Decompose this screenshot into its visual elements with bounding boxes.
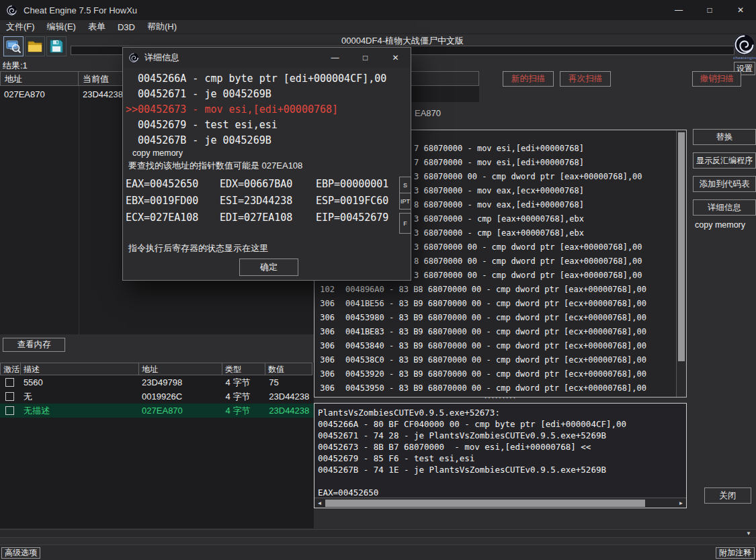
cheat-engine-logo[interactable] [733, 34, 755, 56]
view-memory-button[interactable]: 查看内存 [3, 338, 65, 352]
status-bar: 高级选项 附加注释 [0, 545, 756, 560]
attach-comment-button[interactable]: 附加注释 [716, 547, 755, 559]
entry-type: 4 字节 [223, 391, 267, 403]
activate-checkbox[interactable] [0, 378, 21, 387]
opcode-row[interactable]: 306 0041BE83 - 83 B9 68070000 00 - cmp d… [314, 324, 686, 338]
result-value: 23D44238 [79, 89, 123, 99]
advanced-options-button[interactable]: 高级选项 [1, 547, 40, 559]
dialog-app-icon [128, 52, 139, 63]
scrollbar-thumb[interactable] [678, 132, 685, 361]
entry-address: 027EA870 [139, 406, 222, 416]
detail-line: 0045267B - 74 1E - je PlantsVsZombiesCUT… [318, 464, 686, 475]
window-controls: — □ ✕ [663, 0, 756, 20]
minimize-button[interactable]: — [663, 0, 694, 20]
opcode-instruction: 00453840 - 83 B9 68070000 00 - cmp dword… [345, 341, 646, 351]
opcode-access-count: 102 [314, 285, 335, 294]
entry-type: 4 字节 [223, 405, 267, 417]
checkbox-box [5, 406, 14, 415]
menu-bar: 文件(F)编辑(E)表单D3D帮助(H) [0, 20, 756, 34]
opcode-window-title-fragment: EA870 [415, 108, 441, 118]
dialog-close-button[interactable]: ✕ [380, 48, 411, 68]
pointer-hint-text: 要查找的该地址的指针数值可能是 027EA108 [123, 160, 411, 172]
dialog-maximize-button[interactable]: □ [350, 48, 380, 68]
opcode-row[interactable]: 102 004896A0 - 83 B8 68070000 00 - cmp d… [314, 282, 686, 296]
register-value: EBX=0019FD00 [126, 195, 220, 207]
register-value: ESP=0019FC60 [316, 195, 410, 207]
open-folder-icon [27, 38, 43, 54]
new-scan-button[interactable]: 新的扫描 [503, 71, 554, 87]
dialog-controls: — □ ✕ [320, 48, 411, 68]
detail-info-dialog: 详细信息 — □ ✕ 0045266A - cmp byte ptr [edi+… [122, 47, 411, 281]
opcode-row[interactable]: 306 00453920 - 83 B9 68070000 00 - cmp d… [314, 367, 686, 381]
result-address: 027EA870 [0, 89, 79, 99]
register-value: ECX=027EA108 [126, 212, 220, 224]
dialog-titlebar[interactable]: 详细信息 — □ ✕ [123, 48, 411, 68]
detail-line: 00452671 - 74 28 - je PlantsVsZombiesCUT… [318, 430, 686, 441]
entry-address: 23D49798 [139, 377, 222, 387]
opcode-instruction: 00453950 - 83 B9 68070000 00 - cmp dword… [345, 383, 646, 393]
save-table-button[interactable] [46, 36, 67, 56]
scrollbar-track[interactable] [325, 498, 676, 508]
column-header-active: 激活 [0, 363, 21, 375]
opcode-row[interactable]: 306 00453980 - 83 B9 68070000 00 - cmp d… [314, 310, 686, 324]
opcode-full-rows: 102 004896A0 - 83 B8 68070000 00 - cmp d… [314, 282, 686, 395]
show-disassembler-button[interactable]: 显示反汇编程序 [693, 152, 756, 169]
disassembly-line: 00452671 - je 0045269B [123, 87, 411, 102]
opcode-list-scrollbar[interactable] [676, 130, 686, 397]
dialog-side-buttons: SIPTF [399, 177, 411, 234]
close-button[interactable]: ✕ [725, 0, 756, 20]
dialog-side-button[interactable]: F [399, 213, 411, 234]
splitter-handle[interactable]: ········· [314, 392, 687, 402]
opcode-detail-panel[interactable]: PlantsVsZombiesCUTEv0.9.5.exe+52673:0045… [314, 403, 687, 508]
copy-memory-button[interactable]: copy memory [695, 220, 745, 230]
copy-memory-button[interactable]: copy memory [123, 148, 411, 158]
replace-button[interactable]: 替换 [693, 129, 756, 145]
register-value: EDI=027EA108 [220, 212, 316, 224]
menu-item[interactable]: 表单 [82, 21, 112, 33]
cheat-table-row[interactable]: 5560 23D49798 4 字节 75 [0, 375, 314, 389]
scroll-down-button[interactable]: ▼ [743, 530, 754, 537]
maximize-button[interactable]: □ [694, 0, 725, 20]
undo-scan-button[interactable]: 撤销扫描 [692, 71, 741, 87]
cheat-table-row[interactable]: 无 0019926C 4 字节 23D44238 [0, 389, 314, 404]
dialog-side-button[interactable]: S [399, 177, 411, 193]
opcode-access-count: 306 [314, 327, 335, 336]
disassembly-line: 0045267B - je 0045269B [123, 133, 411, 148]
menu-item[interactable]: D3D [112, 22, 141, 32]
column-header-type: 类型 [222, 363, 265, 375]
opcode-instruction: 0041BE83 - 83 B9 68070000 00 - cmp dword… [345, 327, 646, 336]
entry-description: 无描述 [21, 405, 139, 417]
menu-item[interactable]: 文件(F) [0, 21, 41, 33]
ok-button[interactable]: 确定 [239, 259, 298, 276]
select-process-button[interactable] [3, 36, 24, 56]
detail-line: 0045266A - 80 BF CF040000 00 - cmp byte … [318, 418, 686, 430]
activate-checkbox[interactable] [0, 406, 21, 415]
disassembly-line: 0045266A - cmp byte ptr [edi+000004CF],0… [123, 71, 411, 87]
dialog-minimize-button[interactable]: — [320, 48, 350, 68]
close-opcode-window-button[interactable]: 关闭 [704, 487, 751, 504]
scroll-left-button[interactable]: ◄ [314, 498, 325, 508]
opcode-row[interactable]: 306 004538C0 - 83 B9 68070000 00 - cmp d… [314, 353, 686, 367]
dialog-side-button[interactable]: IPT [399, 193, 411, 209]
register-value: EDX=00667BA0 [220, 178, 316, 191]
menu-item[interactable]: 编辑(E) [41, 21, 82, 33]
more-info-button[interactable]: 详细信息 [693, 199, 756, 216]
horizontal-scrollbar[interactable]: ▼ [0, 529, 756, 538]
scroll-right-button[interactable]: ► [676, 498, 686, 508]
activate-checkbox[interactable] [0, 392, 21, 401]
scrollbar-thumb[interactable] [325, 500, 645, 507]
opcode-row[interactable]: 306 0041BE56 - 83 B9 68070000 00 - cmp d… [314, 296, 686, 310]
add-to-codelist-button[interactable]: 添加到代码表 [693, 176, 756, 192]
detail-horizontal-scrollbar[interactable]: ◄ ► [314, 498, 686, 508]
process-search-icon [5, 38, 22, 54]
cheat-engine-window: Cheat Engine 7.5 For HowXu — □ ✕ 文件(F)编辑… [0, 0, 756, 560]
cheat-table-rows: 5560 23D49798 4 字节 75 无 0019926C 4 字节 23… [0, 375, 314, 418]
opcode-access-count: 306 [314, 355, 335, 365]
menu-item[interactable]: 帮助(H) [141, 21, 183, 33]
open-table-button[interactable] [25, 36, 45, 56]
cheat-table-row[interactable]: 无描述 027EA870 4 字节 23D44238 [0, 404, 314, 418]
next-scan-button[interactable]: 再次扫描 [560, 71, 611, 87]
opcode-row[interactable]: 306 00453840 - 83 B9 68070000 00 - cmp d… [314, 338, 686, 353]
column-header-address: 地址 [0, 71, 79, 86]
opcode-access-count: 306 [314, 341, 335, 351]
